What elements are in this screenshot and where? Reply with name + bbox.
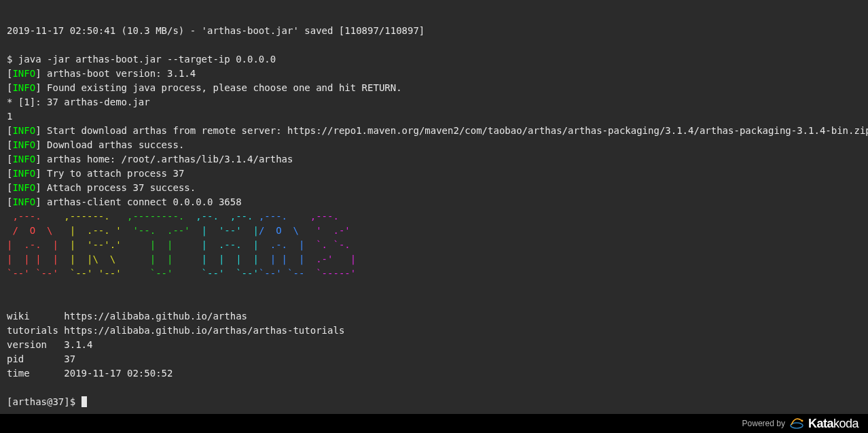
ascii-art-row-2: / O \ | .--. ' '--. .--' | '--' |/ O \ '… [7, 225, 362, 236]
command-line: $ java -jar arthas-boot.jar --target-ip … [7, 54, 276, 65]
ascii-art-row-3: | .-. | | '--'.' | | | .--. | .-. | `. `… [7, 239, 362, 250]
terminal-output[interactable]: 2019-11-17 02:50:41 (10.3 MB/s) - 'artha… [0, 0, 868, 409]
info-label: INFO [12, 68, 35, 79]
info-download-success: Download arthas success. [41, 139, 185, 150]
info-found-process: Found existing java process, please choo… [41, 82, 402, 93]
download-saved-line: 2019-11-17 02:50:41 (10.3 MB/s) - 'artha… [7, 25, 424, 36]
meta-wiki: wiki https://alibaba.github.io/arthas [7, 311, 247, 322]
powered-by-label: Powered by [742, 419, 785, 428]
meta-pid: pid 37 [7, 353, 75, 364]
info-attach-success: Attach process 37 success. [41, 182, 196, 193]
cursor-icon [82, 396, 87, 407]
info-arthas-home: arthas home: /root/.arthas/lib/3.1.4/art… [41, 154, 293, 164]
ascii-art-row-1: ,---. ,------. ,--------. ,--. ,--. ,---… [7, 211, 350, 222]
meta-tutorials: tutorials https://alibaba.github.io/arth… [7, 325, 344, 336]
info-version: arthas-boot version: 3.1.4 [41, 68, 196, 79]
info-bracket-close: ] [35, 68, 41, 79]
brand-logo[interactable]: Katakoda [808, 417, 858, 431]
footer-bar: Powered by Katakoda [0, 414, 868, 433]
svg-point-1 [801, 419, 803, 421]
info-try-attach: Try to attach process 37 [41, 168, 185, 179]
ascii-art-row-5: `--' `--' `--' '--' `--' `--' `--'`--' `… [7, 268, 362, 279]
process-choice: * [1]: 37 arthas-demo.jar [7, 97, 150, 107]
info-download-url: Start download arthas from remote server… [41, 125, 868, 136]
katacoda-logo-icon [789, 417, 804, 431]
meta-time: time 2019-11-17 02:50:52 [7, 368, 173, 379]
meta-version: version 3.1.4 [7, 339, 92, 350]
shell-prompt[interactable]: [arthas@37]$ [7, 396, 87, 407]
info-client-connect: arthas-client connect 0.0.0.0 3658 [41, 196, 242, 207]
ascii-art-row-4: | | | | | |\ \ | | | | | | | | | .-' | [7, 254, 362, 264]
user-input-1: 1 [7, 111, 12, 122]
